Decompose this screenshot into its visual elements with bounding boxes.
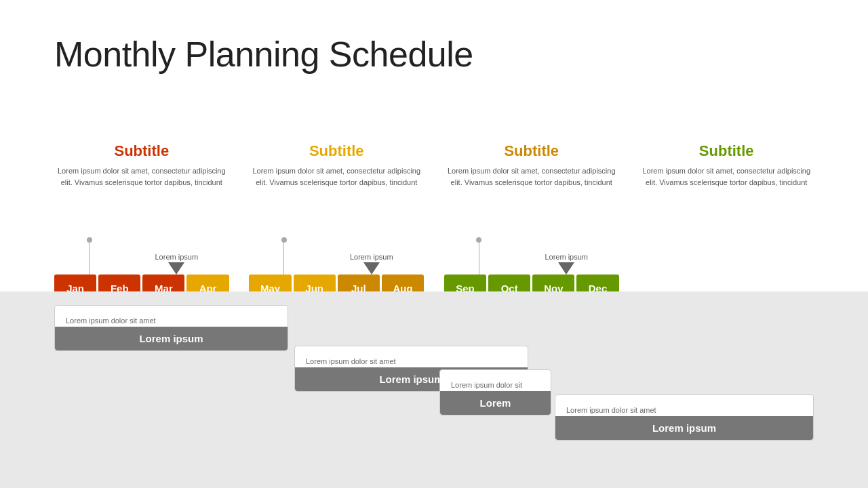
subtitle-label-4: Subtitle xyxy=(639,142,814,160)
subtitle-label-1: Subtitle xyxy=(54,142,229,160)
subtitle-block-3: Subtitle Lorem ipsum dolor sit amet, con… xyxy=(444,142,619,188)
info-box-1: Lorem ipsum dolor sit amet Lorem ipsum xyxy=(54,305,288,351)
info-box-3-footer: Lorem xyxy=(440,391,551,415)
connector-3a xyxy=(475,237,483,274)
markers-row: Lorem ipsum Lorem ipsum Lorem ipsum xyxy=(54,237,814,274)
subtitle-label-3: Subtitle xyxy=(444,142,619,160)
subtitle-row: Subtitle Lorem ipsum dolor sit amet, con… xyxy=(54,142,814,188)
arrow-down-icon-1 xyxy=(168,262,184,274)
subtitle-block-1: Subtitle Lorem ipsum dolor sit amet, con… xyxy=(54,142,229,188)
info-box-2-text: Lorem ipsum dolor sit amet xyxy=(306,357,517,365)
connector-3b: Lorem ipsum xyxy=(545,237,588,274)
subtitle-text-2: Lorem ipsum dolor sit amet, consectetur … xyxy=(249,165,424,188)
arrow-down-icon-2 xyxy=(363,262,380,274)
subtitle-text-1: Lorem ipsum dolor sit amet, consectetur … xyxy=(54,165,229,188)
arrow-down-icon-3 xyxy=(558,262,574,274)
info-box-1-text: Lorem ipsum dolor sit amet xyxy=(66,317,277,325)
subtitle-label-2: Subtitle xyxy=(249,142,424,160)
page-title: Monthly Planning Schedule xyxy=(54,34,473,75)
slide: Monthly Planning Schedule Subtitle Lorem… xyxy=(0,0,868,488)
subtitle-block-4: Subtitle Lorem ipsum dolor sit amet, con… xyxy=(639,142,814,188)
subtitle-text-3: Lorem ipsum dolor sit amet, consectetur … xyxy=(444,165,619,188)
connector-2a xyxy=(280,237,288,274)
info-box-4: Lorem ipsum dolor sit amet Lorem ipsum xyxy=(555,394,814,441)
connector-1b: Lorem ipsum xyxy=(155,237,199,274)
info-box-4-footer: Lorem ipsum xyxy=(555,416,813,440)
subtitle-block-2: Subtitle Lorem ipsum dolor sit amet, con… xyxy=(249,142,424,188)
info-box-3-text: Lorem ipsum dolor sit xyxy=(451,381,540,389)
connector-2b: Lorem ipsum xyxy=(350,237,393,274)
subtitle-text-4: Lorem ipsum dolor sit amet, consectetur … xyxy=(639,165,814,188)
info-box-3: Lorem ipsum dolor sit Lorem xyxy=(439,369,551,415)
connector-1a xyxy=(85,237,94,274)
info-box-4-text: Lorem ipsum dolor sit amet xyxy=(566,406,802,414)
info-box-1-footer: Lorem ipsum xyxy=(55,327,288,350)
